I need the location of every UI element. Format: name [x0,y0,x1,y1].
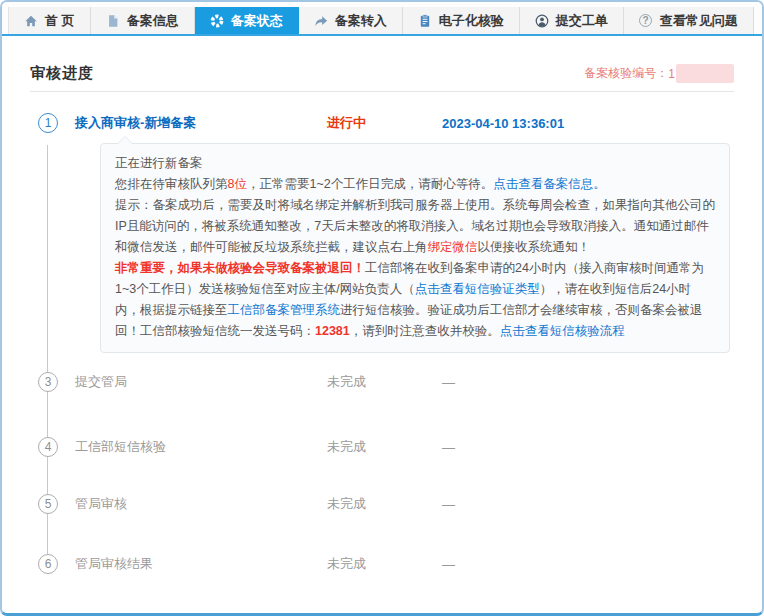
question-circle-glyph: ? [639,14,652,27]
step-label: 管局审核 [75,495,327,513]
tab-question[interactable]: ?查看常见问题 [624,7,754,34]
progress-steps: 1接入商审核-新增备案进行中2023-04-10 13:36:01正在进行新备案… [30,113,734,582]
document-icon [106,14,120,28]
step-notice-box: 正在进行新备案您排在待审核队列第8位，正常需要1~2个工作日完成，请耐心等待。点… [100,143,730,353]
tab-label: 首 页 [45,12,75,30]
user-icon [535,14,549,28]
step-date: — [442,440,455,455]
tabbar-accent-line [2,34,762,36]
step-row-1: 1接入商审核-新增备案进行中2023-04-10 13:36:01 [30,113,734,133]
tab-clipboard[interactable]: 电子化核验 [403,7,520,34]
clipboard-icon [418,14,432,28]
sms-verify-flow-link[interactable]: 点击查看短信核验流程 [500,324,625,338]
step-number-circle: 5 [38,494,58,514]
step-number-circle: 1 [38,113,58,133]
page-title: 审核进度 [30,64,94,83]
step-label: 管局审核结果 [75,555,327,573]
notice-text: ，正常需要1~2个工作日完成，请耐心等待。 [247,177,493,191]
tab-home[interactable]: 首 页 [8,7,91,34]
step-status: 未完成 [327,373,442,391]
step-status: 未完成 [327,555,442,573]
verify-number-line: 备案核验编号：1 [584,64,734,83]
step-date: 2023-04-10 13:36:01 [442,116,564,131]
tab-label: 电子化核验 [439,12,504,30]
step-status: 未完成 [327,495,442,513]
tab-label: 备案转入 [335,12,387,30]
notice-paragraph: 正在进行新备案 [115,153,715,174]
tab-label: 查看常见问题 [660,12,738,30]
step-label: 工信部短信核验 [75,438,327,456]
tab-label: 备案信息 [127,12,179,30]
bind-wechat-text: 绑定微信 [428,240,478,254]
notice-paragraph: 您排在待审核队列第8位，正常需要1~2个工作日完成，请耐心等待。点击查看备案信息… [115,174,715,195]
tab-user[interactable]: 提交工单 [520,7,624,34]
page-header: 审核进度 备案核验编号：1 [30,64,734,91]
notice-text: 正在进行新备案 [115,156,203,170]
notice-text: 提示：备案成功后，需要及时将域名绑定并解析到我司服务器上使用。系统每周会检查，如… [115,198,715,254]
notice-text: ，请到时注意查收并校验。 [350,324,500,338]
step-status: 进行中 [327,114,442,132]
main-content: 审核进度 备案核验编号：1 1接入商审核-新增备案进行中2023-04-10 1… [2,64,762,582]
tab-label: 提交工单 [556,12,608,30]
step-date: — [442,497,455,512]
notice-text: 8位 [228,177,247,191]
step-row-3: 3提交管局未完成— [30,372,734,392]
notice-text: 以便接收系统通知！ [478,240,591,254]
transfer-arrow-icon [314,14,328,28]
tab-bar: 首 页备案信息备案状态备案转入电子化核验提交工单?查看常见问题 [2,2,762,34]
tab-transfer-arrow[interactable]: 备案转入 [299,7,403,34]
step-row-4: 4工信部短信核验未完成— [30,437,734,457]
notice-text: 您排在待审核队列第 [115,177,228,191]
step-label: 接入商审核-新增备案 [75,114,327,132]
filing-status-window: 首 页备案信息备案状态备案转入电子化核验提交工单?查看常见问题 审核进度 备案核… [0,0,764,616]
verify-number-label: 备案核验编号： [584,65,668,82]
notice-paragraph: 提示：备案成功后，需要及时将域名绑定并解析到我司服务器上使用。系统每周会检查，如… [115,195,715,258]
tab-label: 备案状态 [231,12,283,30]
step-number-circle: 6 [38,554,58,574]
notice-text: 非常重要，如果未做核验会导致备案被退回！ [115,261,365,275]
step-date: — [442,375,455,390]
step-status: 未完成 [327,438,442,456]
gear-icon [210,14,224,28]
step-date: — [442,557,455,572]
question-icon: ? [639,14,653,28]
sms-verify-type-link[interactable]: 点击查看短信验证类型 [415,282,540,296]
redacted-verify-number [676,64,734,83]
step-number-circle: 4 [38,437,58,457]
step-row-5: 5管局审核未完成— [30,494,734,514]
miit-filing-system-link[interactable]: 工信部备案管理系统 [228,303,341,317]
step-label: 提交管局 [75,373,327,391]
home-icon [24,14,38,28]
view-filing-info-link[interactable]: 点击查看备案信息。 [493,177,606,191]
tab-gear[interactable]: 备案状态 [195,7,299,34]
step-row-6: 6管局审核结果未完成— [30,554,734,574]
header-divider [30,91,734,92]
step-number-circle: 3 [38,372,58,392]
notice-paragraph: 非常重要，如果未做核验会导致备案被退回！工信部将在收到备案申请的24小时内（接入… [115,258,715,342]
verify-number-visible: 1 [668,67,675,81]
notice-text: 12381 [315,324,350,338]
tab-document[interactable]: 备案信息 [91,7,195,34]
